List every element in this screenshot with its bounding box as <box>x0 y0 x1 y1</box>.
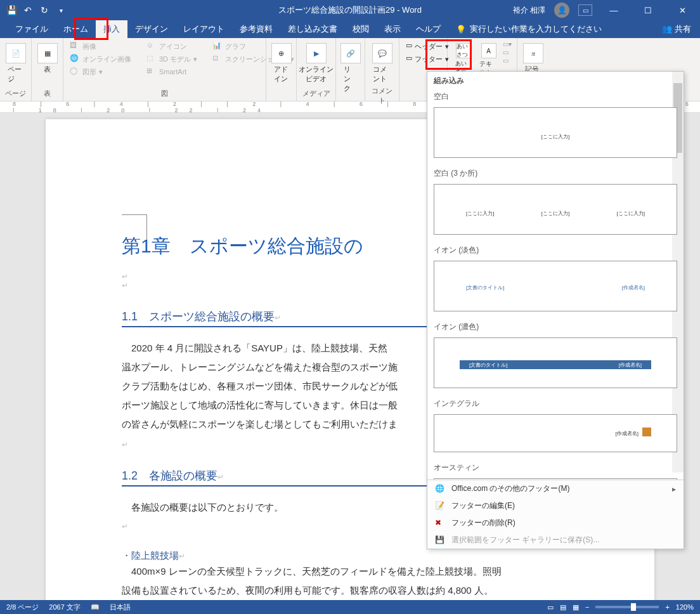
footer-item-integral[interactable]: インテグラル <box>427 395 684 412</box>
view-read-icon[interactable]: ▭ <box>547 603 554 611</box>
image-icon: 🖼 <box>70 41 80 51</box>
footer-preview-integral[interactable]: [作成者名] <box>434 414 677 452</box>
comment-button[interactable]: 💬コメント <box>370 41 394 86</box>
view-web-icon[interactable]: ▦ <box>573 603 579 611</box>
dropcap-icon[interactable]: ▭▾ <box>503 41 512 48</box>
footer-gallery-dropdown: 組み込み 空白 [ここに入力] 空白 (3 か所) [ここに入力] [ここに入力… <box>427 71 684 549</box>
zoom-slider[interactable] <box>595 606 659 608</box>
footer-preview-ion-light[interactable]: [文書のタイトル] [作成者名] <box>434 261 677 311</box>
link-icon: 🔗 <box>340 43 361 63</box>
tab-help[interactable]: ヘルプ <box>408 20 448 38</box>
page-icon: 📄 <box>6 43 26 63</box>
smartart-button[interactable]: ⊞SmartArt <box>145 66 198 77</box>
addins-icon: ⊕ <box>271 43 292 63</box>
redo-icon[interactable]: ↻ <box>39 5 49 15</box>
3dmodel-button[interactable]: ⬚3D モデル ▾ <box>145 53 198 65</box>
tell-me[interactable]: 💡実行したい作業を入力してください <box>448 20 609 38</box>
zoom-knob[interactable] <box>631 603 636 611</box>
textbox-icon: A <box>481 43 496 58</box>
office-icon: 🌐 <box>435 484 445 494</box>
save-icon[interactable]: 💾 <box>6 5 16 15</box>
menu-remove-footer[interactable]: ✖フッターの削除(R) <box>427 514 684 532</box>
table-button[interactable]: ▦表 <box>37 41 58 77</box>
header-button[interactable]: ▭ヘッダー ▾ <box>405 41 442 52</box>
tab-view[interactable]: 表示 <box>377 20 408 38</box>
aisatsu-icon: あいさつ <box>456 43 471 58</box>
word-count[interactable]: 2067 文字 <box>49 603 81 612</box>
online-image-button[interactable]: 🌐オンライン画像 <box>68 53 133 65</box>
footer-preview-blank3[interactable]: [ここに入力] [ここに入力] [ここに入力] <box>434 184 677 235</box>
tab-insert[interactable]: 挿入 <box>96 20 127 38</box>
header-icon: ▭ <box>406 41 412 51</box>
online-image-icon: 🌐 <box>70 54 80 64</box>
group-label: 図 <box>68 89 261 98</box>
placeholder-text: [ここに入力] <box>617 210 645 217</box>
addins-button[interactable]: ⊕アドイン <box>271 41 291 86</box>
menu-edit-footer[interactable]: 📝フッターの編集(E) <box>427 497 684 514</box>
footer-item-ion-light[interactable]: イオン (淡色) <box>427 241 684 258</box>
ribbon-display-icon[interactable]: ▭ <box>578 4 592 16</box>
screenshot-icon: ⊡ <box>212 54 223 64</box>
gallery-section-builtin: 組み込み <box>427 72 684 88</box>
footer-item-blank[interactable]: 空白 <box>427 88 684 105</box>
smartart-icon: ⊞ <box>146 67 157 77</box>
shapes-button[interactable]: ◯図形 ▾ <box>68 66 133 77</box>
group-media: ▶オンライン ビデオ メディア <box>297 38 336 101</box>
chevron-right-icon: ▸ <box>672 485 676 493</box>
qat-customize-icon[interactable]: ▾ <box>56 5 66 15</box>
placeholder-text: [作成者名] <box>619 362 642 369</box>
placeholder-text: [ここに入力] <box>541 133 569 140</box>
menu-office-more[interactable]: 🌐Office.com のその他のフッター(M)▸ <box>427 480 684 497</box>
maximize-button[interactable]: ☐ <box>635 0 661 20</box>
minimize-button[interactable]: — <box>601 0 626 20</box>
zoom-out-button[interactable]: − <box>585 603 589 611</box>
group-pages: 📄ページ ページ <box>0 38 32 101</box>
save-gallery-icon: 💾 <box>435 535 445 545</box>
links-button[interactable]: 🔗リンク <box>341 41 360 96</box>
menu-save-selection: 💾選択範囲をフッター ギャラリーに保存(S)... <box>427 532 684 549</box>
lightbulb-icon: 💡 <box>456 25 466 34</box>
footer-item-ion-dark[interactable]: イオン (濃色) <box>427 318 684 335</box>
footer-preview-blank[interactable]: [ここに入力] <box>434 107 677 158</box>
object-icon[interactable]: ▭ <box>503 57 512 64</box>
comment-icon: 💬 <box>372 43 392 63</box>
tab-references[interactable]: 参考資料 <box>232 20 280 38</box>
view-print-icon[interactable]: ▤ <box>560 603 566 611</box>
table-icon: ▦ <box>37 43 58 63</box>
zoom-in-button[interactable]: + <box>665 603 669 611</box>
footer-item-blank3[interactable]: 空白 (3 か所) <box>427 164 684 181</box>
image-button[interactable]: 🖼画像 <box>68 41 133 52</box>
placeholder-text: [ここに入力] <box>541 210 569 217</box>
group-label: 表 <box>37 89 58 98</box>
footer-button[interactable]: ▭フッター ▾ <box>405 53 442 65</box>
icons-button[interactable]: ☺アイコン <box>145 41 198 52</box>
zoom-level[interactable]: 120% <box>676 603 694 611</box>
footer-preview-ion-dark[interactable]: [文書のタイトル] [作成者名] <box>434 337 677 388</box>
user-name: 裕介 相澤 <box>513 5 545 16</box>
body-paragraph[interactable]: 400m×9 レーンの全天候型トラックに、天然芝のフィールドを備えた陸上競技場。… <box>122 562 591 600</box>
group-addins: ⊕アドイン <box>266 38 297 101</box>
tab-design[interactable]: デザイン <box>127 20 176 38</box>
close-button[interactable]: ✕ <box>670 0 695 20</box>
tab-mailings[interactable]: 差し込み文書 <box>280 20 345 38</box>
group-tables: ▦表 表 <box>32 38 63 101</box>
proofing-icon[interactable]: 📖 <box>91 603 100 611</box>
user-avatar-icon[interactable]: 👤 <box>554 3 569 18</box>
tab-layout[interactable]: レイアウト <box>176 20 232 38</box>
placeholder-text: [文書のタイトル] <box>466 284 504 291</box>
undo-icon[interactable]: ↶ <box>23 5 33 15</box>
pages-button[interactable]: 📄ページ <box>5 41 26 86</box>
online-video-button[interactable]: ▶オンライン ビデオ <box>302 41 330 86</box>
page-count[interactable]: 2/8 ページ <box>6 603 39 612</box>
language[interactable]: 日本語 <box>110 603 131 612</box>
signature-icon[interactable]: ▭ <box>503 49 512 56</box>
tab-home[interactable]: ホーム <box>56 20 96 38</box>
footer-item-austin[interactable]: オースティン <box>427 459 684 476</box>
share-button[interactable]: 👥 共有 <box>662 23 691 35</box>
placeholder-text: [作成者名] <box>616 430 638 437</box>
tab-file[interactable]: ファイル <box>8 20 56 38</box>
status-bar: 2/8 ページ 2067 文字 📖 日本語 ▭ ▤ ▦ − + 120% <box>0 600 700 614</box>
equation-icon: π <box>523 43 543 63</box>
heading-track[interactable]: ・陸上競技場↵ <box>122 550 591 562</box>
tab-review[interactable]: 校閲 <box>345 20 377 38</box>
